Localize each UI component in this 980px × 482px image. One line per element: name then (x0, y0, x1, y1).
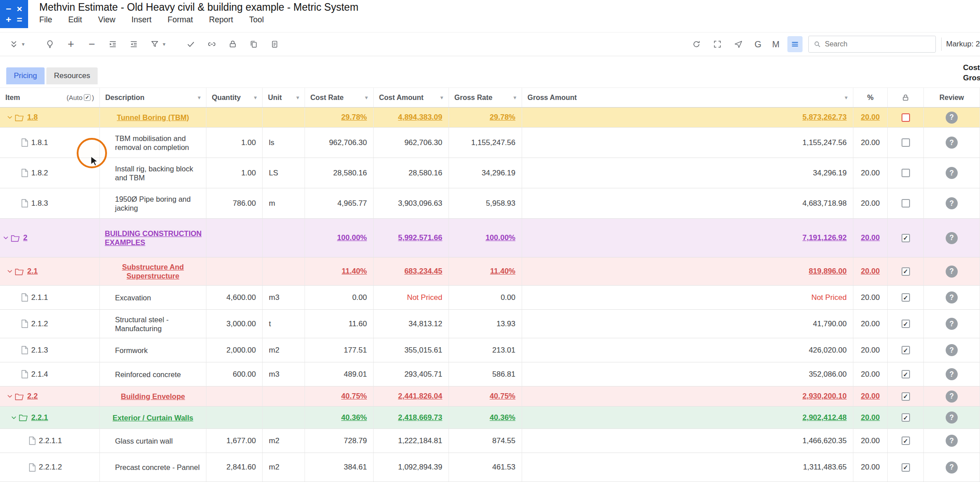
cell-unit[interactable]: m2 (263, 453, 305, 482)
cell-gross-rate[interactable]: 34,296.19 (449, 158, 522, 188)
cell-quantity[interactable]: 1.00 (206, 128, 263, 158)
cell-percent[interactable]: 20.00 (853, 407, 888, 428)
cell-lock[interactable]: ✓ (888, 188, 924, 218)
review-help-badge[interactable]: ? (946, 368, 958, 380)
cell-cost-rate[interactable]: 100.00% (305, 219, 374, 257)
cell-review[interactable]: ? (924, 108, 980, 127)
cell-review[interactable]: ? (924, 158, 980, 188)
table-row-1.8.1[interactable]: 1.8.1TBM mobilisation and removal on com… (0, 128, 980, 158)
cell-gross-amount[interactable]: 1,311,483.65 (522, 453, 853, 482)
cell-percent[interactable]: 20.00 (853, 338, 888, 362)
table-row-2.2[interactable]: 2.2Building Envelope40.75%2,441,826.0440… (0, 386, 980, 407)
cell-quantity[interactable]: 786.00 (206, 188, 263, 218)
cell-unit[interactable] (263, 108, 305, 127)
review-help-badge[interactable]: ? (946, 137, 958, 149)
header-review[interactable]: Review (924, 88, 980, 107)
table-row-2.1.3[interactable]: 2.1.3Formwork2,000.00m2177.51355,015.612… (0, 338, 980, 362)
row-lock-checkbox[interactable]: ✓ (902, 320, 910, 328)
row-lock-checkbox[interactable]: ✓ (902, 392, 910, 401)
cell-gross-rate[interactable]: 29.78% (449, 108, 522, 127)
column-menu-icon[interactable]: ▾ (437, 94, 443, 101)
review-help-badge[interactable]: ? (946, 411, 958, 424)
cell-gross-rate[interactable]: 874.55 (449, 429, 522, 453)
cell-cost-rate[interactable]: 962,706.30 (305, 128, 374, 158)
cell-gross-amount[interactable]: 2,930,200.10 (522, 386, 853, 406)
cell-percent[interactable]: 20.00 (853, 453, 888, 482)
indent-row-icon[interactable] (126, 36, 141, 52)
cell-review[interactable]: ? (924, 258, 980, 285)
cell-cost-amount[interactable]: 1,092,894.39 (374, 453, 449, 482)
cell-item[interactable]: 2 (0, 219, 100, 257)
cell-gross-amount[interactable]: 819,896.00 (522, 258, 853, 285)
cell-quantity[interactable]: 2,841.60 (206, 453, 263, 482)
cell-gross-rate[interactable]: 586.81 (449, 362, 522, 386)
row-lock-checkbox[interactable]: ✓ (902, 346, 910, 354)
row-lock-checkbox[interactable]: ✓ (902, 199, 910, 208)
row-lock-checkbox[interactable]: ✓ (902, 293, 910, 302)
cell-cost-amount[interactable]: 355,015.61 (374, 338, 449, 362)
cell-percent[interactable]: 20.00 (853, 188, 888, 218)
review-help-badge[interactable]: ? (946, 435, 958, 447)
cell-quantity[interactable] (206, 386, 263, 406)
app-logo-icon[interactable]: − × + = (0, 0, 28, 28)
cell-description[interactable]: Glass curtain wall (100, 429, 206, 453)
cell-percent[interactable]: 20.00 (853, 286, 888, 309)
menu-view[interactable]: View (98, 15, 115, 25)
cell-description[interactable]: Reinforced concrete (100, 362, 206, 386)
cell-percent[interactable]: 20.00 (853, 362, 888, 386)
cell-description[interactable]: Building Envelope (100, 386, 206, 406)
auto-toggle[interactable]: (Auto ✓ ) (66, 94, 94, 101)
header-cost-amount[interactable]: Cost Amount ▾ (374, 88, 449, 107)
markup-label[interactable]: Markup: 20 (946, 40, 980, 49)
tab-resources[interactable]: Resources (46, 67, 98, 84)
collapse-all-icon[interactable] (6, 36, 21, 52)
filter-funnel-icon[interactable] (147, 36, 162, 52)
expand-chevron-icon[interactable] (7, 268, 13, 274)
cell-gross-amount[interactable]: 7,191,126.92 (522, 219, 853, 257)
cell-item[interactable]: 2.2.1.1 (0, 429, 100, 453)
cell-percent[interactable]: 20.00 (853, 429, 888, 453)
cell-review[interactable]: ? (924, 338, 980, 362)
cell-quantity[interactable] (206, 219, 263, 257)
cell-description[interactable]: BUILDING CONSTRUCTION EXAMPLES (100, 219, 206, 257)
cell-cost-amount[interactable]: 1,222,184.81 (374, 429, 449, 453)
cell-cost-amount[interactable]: 28,580.16 (374, 158, 449, 188)
review-help-badge[interactable]: ? (946, 232, 958, 244)
cell-gross-amount[interactable]: 426,020.00 (522, 338, 853, 362)
header-item[interactable]: Item (Auto ✓ ) (0, 88, 100, 107)
duplicate-rows-icon[interactable] (246, 36, 261, 52)
cell-percent[interactable]: 20.00 (853, 128, 888, 158)
filter-dropdown-icon[interactable]: ▾ (163, 41, 168, 47)
review-help-badge[interactable]: ? (946, 112, 958, 124)
cell-description[interactable]: Exterior / Curtain Walls (100, 407, 206, 428)
refresh-icon[interactable] (689, 36, 704, 52)
cell-description[interactable]: Excavation (100, 286, 206, 309)
cell-cost-rate[interactable]: 40.36% (305, 407, 374, 428)
add-row-icon[interactable]: + (63, 36, 78, 52)
column-menu-icon[interactable]: ▾ (511, 94, 516, 101)
lock-rows-icon[interactable] (225, 36, 240, 52)
header-quantity[interactable]: Quantity ▾ (206, 88, 263, 107)
microsoft-button[interactable]: M (770, 39, 782, 50)
menu-edit[interactable]: Edit (68, 15, 82, 25)
row-lock-checkbox[interactable]: ✓ (902, 267, 910, 276)
cell-gross-rate[interactable]: 40.75% (449, 386, 522, 406)
cell-cost-amount[interactable]: 683,234.45 (374, 258, 449, 285)
header-lock[interactable] (888, 88, 924, 107)
cell-lock[interactable]: ✓ (888, 128, 924, 158)
cell-review[interactable]: ? (924, 453, 980, 482)
cell-cost-amount[interactable]: Not Priced (374, 286, 449, 309)
cell-unit[interactable]: ls (263, 128, 305, 158)
cell-item[interactable]: 2.2.1.2 (0, 453, 100, 482)
cell-gross-rate[interactable]: 5,958.93 (449, 188, 522, 218)
cell-review[interactable]: ? (924, 188, 980, 218)
google-button[interactable]: G (752, 39, 764, 50)
cell-cost-rate[interactable]: 4,965.77 (305, 188, 374, 218)
table-row-2.2.1.2[interactable]: 2.2.1.2Precast concrete - Pannel2,841.60… (0, 453, 980, 482)
table-row-2.1.2[interactable]: 2.1.2Structural steel - Manufacturing3,0… (0, 310, 980, 338)
cell-cost-rate[interactable]: 0.00 (305, 286, 374, 309)
column-menu-icon[interactable]: ▾ (362, 94, 368, 101)
cell-description[interactable]: Install rig, backing block and TBM (100, 158, 206, 188)
cell-unit[interactable] (263, 407, 305, 428)
cell-review[interactable]: ? (924, 407, 980, 428)
